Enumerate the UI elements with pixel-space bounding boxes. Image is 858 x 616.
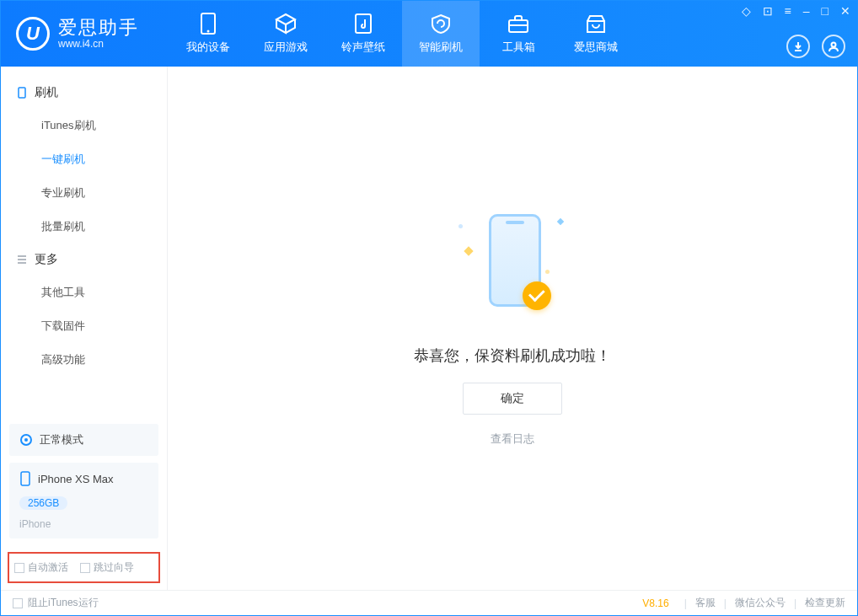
sidebar-group-more: 更多 bbox=[1, 244, 167, 276]
sidebar-item-itunes-flash[interactable]: iTunes刷机 bbox=[1, 109, 167, 142]
window-controls: ◇ ⊡ ≡ – □ ✕ bbox=[742, 4, 850, 18]
view-log-link[interactable]: 查看日志 bbox=[491, 431, 534, 447]
tab-flash[interactable]: 智能刷机 bbox=[402, 1, 480, 67]
sidebar-scroll: 刷机 iTunes刷机 一键刷机 专业刷机 批量刷机 更多 其他工具 下载固件 … bbox=[1, 67, 167, 424]
skip-guide-checkbox[interactable]: 跳过向导 bbox=[80, 560, 134, 575]
footer: 阻止iTunes运行 V8.16 | 客服 | 微信公众号 | 检查更新 bbox=[1, 590, 857, 615]
device-name: iPhone XS Max bbox=[38, 473, 114, 485]
maximize-icon[interactable]: □ bbox=[822, 4, 829, 18]
logo-en: www.i4.cn bbox=[58, 38, 139, 50]
sidebar-item-batch-flash[interactable]: 批量刷机 bbox=[1, 210, 167, 244]
ok-button[interactable]: 确定 bbox=[463, 383, 562, 415]
footer-link-support[interactable]: 客服 bbox=[695, 596, 716, 610]
success-message: 恭喜您，保资料刷机成功啦！ bbox=[414, 345, 611, 366]
skin-icon[interactable]: ◇ bbox=[742, 4, 751, 18]
svg-point-7 bbox=[24, 438, 28, 442]
svg-point-4 bbox=[832, 43, 836, 47]
sidebar-item-oneclick-flash[interactable]: 一键刷机 bbox=[1, 142, 167, 176]
block-itunes-checkbox[interactable]: 阻止iTunes运行 bbox=[13, 596, 99, 610]
sidebar-item-pro-flash[interactable]: 专业刷机 bbox=[1, 176, 167, 210]
tab-label: 智能刷机 bbox=[419, 40, 463, 55]
logo-text: 爱思助手 www.i4.cn bbox=[58, 18, 139, 50]
storage-badge: 256GB bbox=[19, 496, 67, 510]
bottom-options-highlight: 自动激活 跳过向导 bbox=[8, 552, 160, 583]
mode-card[interactable]: 正常模式 bbox=[9, 424, 158, 456]
tab-label: 我的设备 bbox=[186, 40, 230, 55]
menu-icon[interactable]: ≡ bbox=[785, 4, 791, 18]
app-header: U 爱思助手 www.i4.cn 我的设备 应用游戏 铃声壁纸 智能刷机 工具箱 bbox=[1, 1, 857, 67]
list-icon bbox=[16, 254, 28, 265]
checkbox-box-icon bbox=[14, 563, 24, 573]
svg-rect-8 bbox=[21, 472, 29, 485]
device-small-icon bbox=[19, 471, 31, 486]
group-title: 更多 bbox=[35, 252, 58, 267]
header-tabs: 我的设备 应用游戏 铃声壁纸 智能刷机 工具箱 爱思商城 bbox=[169, 1, 635, 67]
sidebar-item-advanced[interactable]: 高级功能 bbox=[1, 343, 167, 377]
sidebar: 刷机 iTunes刷机 一键刷机 专业刷机 批量刷机 更多 其他工具 下载固件 … bbox=[1, 67, 168, 590]
footer-link-update[interactable]: 检查更新 bbox=[805, 596, 845, 610]
tab-my-device[interactable]: 我的设备 bbox=[169, 1, 247, 67]
logo-block: U 爱思助手 www.i4.cn bbox=[1, 17, 169, 51]
main-content: 恭喜您，保资料刷机成功啦！ 确定 查看日志 bbox=[168, 67, 857, 590]
refresh-shield-icon bbox=[430, 13, 452, 35]
checkbox-box-icon bbox=[13, 598, 23, 608]
phone-small-icon bbox=[16, 87, 28, 99]
tab-apps[interactable]: 应用游戏 bbox=[247, 1, 324, 67]
music-icon bbox=[352, 13, 374, 35]
logo-cn: 爱思助手 bbox=[58, 18, 139, 38]
tab-label: 应用游戏 bbox=[264, 40, 308, 55]
toolbox-icon bbox=[507, 13, 529, 35]
footer-right: V8.16 | 客服 | 微信公众号 | 检查更新 bbox=[642, 596, 845, 610]
skip-guide-label: 跳过向导 bbox=[94, 560, 134, 575]
tab-label: 铃声壁纸 bbox=[341, 40, 385, 55]
device-card[interactable]: iPhone XS Max 256GB iPhone bbox=[9, 463, 158, 538]
device-type: iPhone bbox=[19, 518, 51, 530]
auto-activate-checkbox[interactable]: 自动激活 bbox=[14, 560, 68, 575]
tab-toolbox[interactable]: 工具箱 bbox=[480, 1, 557, 67]
checkbox-box-icon bbox=[80, 563, 90, 573]
sidebar-group-flash: 刷机 bbox=[1, 77, 167, 109]
download-manager-button[interactable] bbox=[786, 35, 810, 58]
mode-icon bbox=[19, 433, 33, 447]
store-icon bbox=[585, 13, 607, 35]
cube-icon bbox=[275, 13, 297, 35]
group-title: 刷机 bbox=[35, 85, 58, 100]
close-icon[interactable]: ✕ bbox=[840, 4, 850, 18]
logo-icon: U bbox=[16, 17, 50, 51]
version-label: V8.16 bbox=[642, 597, 668, 609]
tab-label: 爱思商城 bbox=[574, 40, 618, 55]
check-badge-icon bbox=[523, 281, 551, 310]
svg-rect-5 bbox=[19, 88, 25, 98]
sidebar-cards: 正常模式 iPhone XS Max 256GB iPhone bbox=[1, 424, 167, 549]
auto-activate-label: 自动激活 bbox=[28, 560, 68, 575]
sidebar-item-download-firmware[interactable]: 下载固件 bbox=[1, 309, 167, 343]
device-icon bbox=[197, 13, 219, 35]
tab-label: 工具箱 bbox=[502, 40, 535, 55]
tab-ringtones[interactable]: 铃声壁纸 bbox=[324, 1, 402, 67]
svg-point-1 bbox=[207, 30, 210, 33]
app-body: 刷机 iTunes刷机 一键刷机 专业刷机 批量刷机 更多 其他工具 下载固件 … bbox=[1, 67, 857, 590]
account-button[interactable] bbox=[822, 35, 845, 58]
block-itunes-label: 阻止iTunes运行 bbox=[28, 596, 99, 610]
footer-link-wechat[interactable]: 微信公众号 bbox=[735, 596, 786, 610]
feedback-icon[interactable]: ⊡ bbox=[763, 4, 773, 18]
sidebar-item-other-tools[interactable]: 其他工具 bbox=[1, 276, 167, 309]
success-illustration bbox=[453, 211, 571, 329]
header-actions bbox=[786, 35, 845, 58]
tab-store[interactable]: 爱思商城 bbox=[557, 1, 635, 67]
minimize-icon[interactable]: – bbox=[803, 4, 810, 18]
mode-label: 正常模式 bbox=[40, 432, 83, 447]
